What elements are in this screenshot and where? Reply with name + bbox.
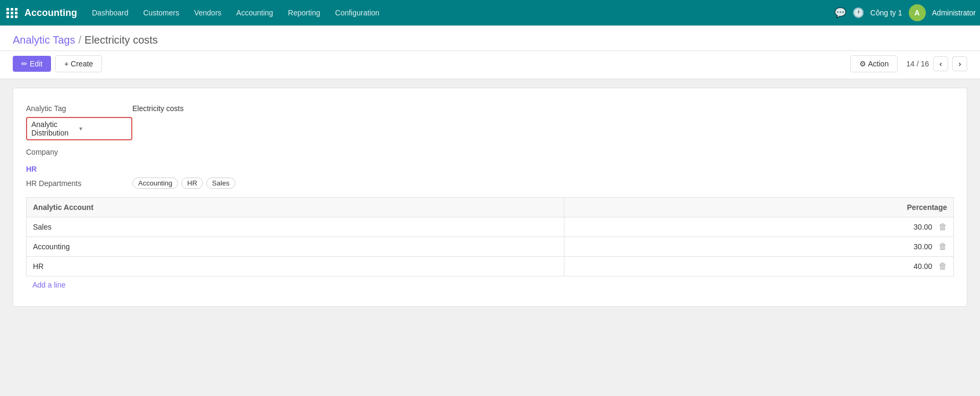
add-a-line-button[interactable]: Add a line [26, 276, 72, 293]
hr-departments-label: HR Departments [26, 179, 132, 188]
hr-departments-row: HR Departments Accounting HR Sales [26, 178, 954, 189]
clock-icon[interactable]: 🕐 [852, 7, 864, 19]
brand-title: Accounting [24, 7, 77, 19]
breadcrumb-separator: / [78, 34, 81, 46]
pagination-info: 14 / 16 [906, 60, 929, 68]
hr-departments-tags: Accounting HR Sales [132, 178, 235, 189]
delete-row-accounting-icon[interactable]: 🗑 [939, 242, 947, 251]
menu-item-reporting[interactable]: Reporting [282, 5, 327, 20]
pagination-prev[interactable]: ‹ [933, 56, 948, 71]
menu-item-accounting[interactable]: Accounting [230, 5, 280, 20]
row-account-accounting: Accounting [27, 237, 564, 257]
analytic-table: Analytic Account Percentage Sales 30.00 … [26, 197, 954, 276]
breadcrumb-current: Electricity costs [85, 34, 158, 46]
edit-button[interactable]: ✏ Edit [13, 56, 51, 72]
analytic-tag-label: Analytic Tag [26, 101, 132, 113]
menu-item-vendors[interactable]: Vendors [188, 5, 227, 20]
create-button[interactable]: + Create [55, 55, 102, 72]
top-navigation: Accounting Dashboard Customers Vendors A… [0, 0, 980, 26]
col-header-account: Analytic Account [27, 198, 564, 217]
delete-row-hr-icon[interactable]: 🗑 [939, 262, 947, 271]
pagination: 14 / 16 ‹ › [906, 56, 967, 71]
dept-tag-hr[interactable]: HR [181, 178, 203, 189]
avatar[interactable]: A [909, 4, 926, 21]
topnav-right: 💬 🕐 Công ty 1 A Administrator [834, 4, 976, 21]
analytic-distribution-text: Analytic Distribution [31, 120, 79, 137]
section-hr-title: HR [26, 165, 954, 173]
username[interactable]: Administrator [932, 9, 976, 17]
dept-tag-sales[interactable]: Sales [206, 178, 235, 189]
analytic-distribution-field[interactable]: Analytic Distribution ▾ [26, 117, 132, 140]
row-percentage-accounting: 30.00 🗑 [564, 237, 954, 257]
menu-item-customers[interactable]: Customers [137, 5, 186, 20]
row-account-hr: HR [27, 257, 564, 276]
breadcrumb-bar: Analytic Tags / Electricity costs [0, 26, 980, 51]
breadcrumb: Analytic Tags / Electricity costs [13, 34, 967, 46]
pagination-next[interactable]: › [952, 56, 967, 71]
table-row: HR 40.00 🗑 [27, 257, 954, 276]
analytic-tag-value: Electricity costs [132, 101, 183, 113]
dept-tag-accounting[interactable]: Accounting [132, 178, 178, 189]
menu-item-dashboard[interactable]: Dashboard [86, 5, 135, 20]
form-card: Analytic Tag Electricity costs Analytic … [13, 88, 967, 307]
apps-grid-icon [4, 6, 20, 20]
apps-menu-button[interactable] [4, 6, 20, 20]
main-menu: Dashboard Customers Vendors Accounting R… [86, 5, 834, 20]
main-content: Analytic Tag Electricity costs Analytic … [0, 79, 980, 315]
action-button[interactable]: ⚙ Action [850, 55, 898, 72]
row-account-sales: Sales [27, 217, 564, 237]
table-row: Accounting 30.00 🗑 [27, 237, 954, 257]
company-name[interactable]: Công ty 1 [871, 9, 902, 17]
chat-icon[interactable]: 💬 [834, 7, 846, 19]
menu-item-configuration[interactable]: Configuration [329, 5, 386, 20]
analytic-tag-row: Analytic Tag Electricity costs [26, 101, 954, 113]
table-row: Sales 30.00 🗑 [27, 217, 954, 237]
row-percentage-hr: 40.00 🗑 [564, 257, 954, 276]
delete-row-sales-icon[interactable]: 🗑 [939, 222, 947, 231]
breadcrumb-parent[interactable]: Analytic Tags [13, 34, 75, 46]
analytic-distribution-row: Analytic Distribution ▾ [26, 117, 954, 140]
company-label: Company [26, 145, 132, 156]
action-bar: ✏ Edit + Create ⚙ Action 14 / 16 ‹ › [0, 51, 980, 79]
chevron-down-icon: ▾ [79, 125, 127, 132]
avatar-initial: A [914, 9, 919, 17]
row-percentage-sales: 30.00 🗑 [564, 217, 954, 237]
company-row: Company [26, 145, 954, 156]
col-header-percentage: Percentage [564, 198, 954, 217]
